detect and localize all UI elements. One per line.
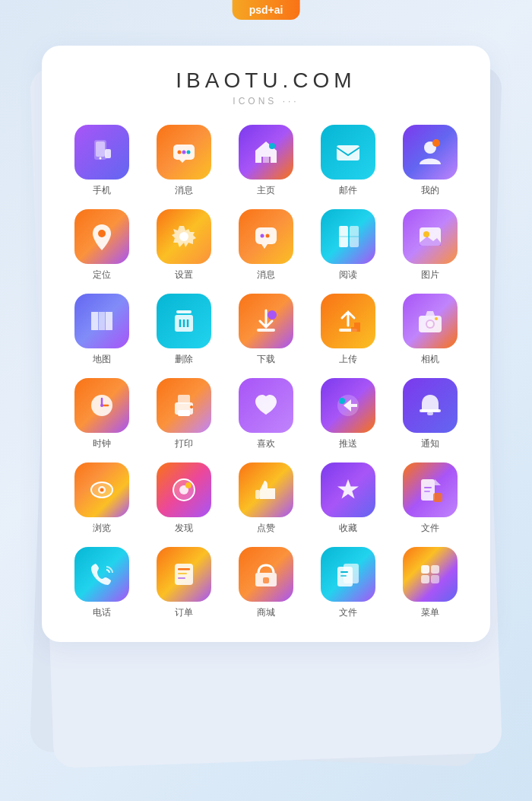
svg-rect-75 <box>421 575 429 583</box>
icon-box-home[interactable] <box>239 125 293 180</box>
icon-item-thumbsup: 点赞 <box>229 462 303 535</box>
svg-point-16 <box>261 234 264 238</box>
icon-item-image: 图片 <box>393 209 467 281</box>
icon-box-message2[interactable] <box>239 209 293 264</box>
svg-point-57 <box>185 482 192 488</box>
svg-point-41 <box>100 404 103 407</box>
icon-label-print: 打印 <box>175 437 193 450</box>
icon-box-settings[interactable] <box>157 209 211 264</box>
icon-label-upload: 上传 <box>339 353 357 366</box>
icon-label-message2: 消息 <box>257 269 275 281</box>
svg-rect-62 <box>433 493 442 502</box>
svg-rect-73 <box>421 565 429 574</box>
icon-label-thumbsup: 点赞 <box>257 522 275 535</box>
icon-item-home: 主页 <box>229 125 303 197</box>
svg-rect-60 <box>424 487 432 488</box>
svg-point-12 <box>432 139 440 147</box>
svg-point-37 <box>435 317 438 320</box>
icon-box-camera[interactable] <box>403 294 458 348</box>
icon-label-collect: 收藏 <box>339 522 357 535</box>
svg-point-36 <box>427 321 433 327</box>
icon-item-message2: 消息 <box>229 209 303 281</box>
icon-box-print[interactable] <box>157 378 211 433</box>
icon-item-file: 文件 <box>393 462 467 535</box>
icon-label-recommend: 推送 <box>339 437 357 450</box>
icon-label-settings: 设置 <box>175 269 193 281</box>
icon-label-order: 订单 <box>175 606 193 619</box>
icon-box-like[interactable] <box>239 378 293 433</box>
icon-label-browse: 浏览 <box>93 522 111 535</box>
icon-label-notify: 通知 <box>421 437 439 450</box>
svg-rect-65 <box>178 573 187 574</box>
subtitle: ICONS ··· <box>65 96 467 106</box>
svg-rect-72 <box>340 575 347 577</box>
svg-point-6 <box>182 151 186 154</box>
icon-box-read[interactable] <box>321 209 375 264</box>
icon-label-menu: 菜单 <box>421 606 439 619</box>
icon-box-menu[interactable] <box>403 547 458 602</box>
svg-point-21 <box>423 231 429 237</box>
icon-box-shop[interactable] <box>239 547 293 602</box>
icon-box-message[interactable] <box>157 125 211 180</box>
icon-box-upload[interactable] <box>321 294 375 348</box>
icon-box-profile[interactable] <box>403 125 458 180</box>
svg-point-9 <box>269 143 275 149</box>
icon-box-recommend[interactable] <box>321 378 375 433</box>
icon-box-location[interactable] <box>74 209 129 264</box>
icon-item-order: 订单 <box>147 547 221 619</box>
svg-rect-49 <box>420 409 441 412</box>
icon-label-delete: 删除 <box>175 353 193 366</box>
svg-rect-44 <box>178 410 190 416</box>
icon-label-camera: 相机 <box>421 353 439 366</box>
icon-label-read: 阅读 <box>339 269 357 281</box>
icon-box-notify[interactable] <box>403 378 458 433</box>
icon-item-mail: 邮件 <box>311 125 385 197</box>
icon-item-clock: 时钟 <box>65 378 139 450</box>
svg-point-32 <box>268 310 277 319</box>
svg-point-13 <box>98 230 106 237</box>
icons-grid: 手机消息主页邮件我的定位设置消息阅读图片地图删除下载上传相机时钟打印喜欢推送通知… <box>65 125 467 619</box>
icon-item-delete: 删除 <box>147 294 221 366</box>
icon-box-image[interactable] <box>403 209 458 264</box>
icon-box-phone2[interactable] <box>74 547 129 602</box>
icon-item-phone2: 电话 <box>65 547 139 619</box>
icon-box-phone[interactable] <box>74 125 129 180</box>
icon-box-map[interactable] <box>74 294 129 348</box>
svg-rect-24 <box>99 312 105 330</box>
icon-item-profile: 我的 <box>393 125 467 197</box>
svg-rect-58 <box>255 490 260 499</box>
svg-rect-43 <box>178 395 190 404</box>
icon-label-home: 主页 <box>257 184 275 197</box>
icon-box-discover[interactable] <box>157 462 211 517</box>
svg-point-53 <box>100 488 104 492</box>
icon-box-browse[interactable] <box>74 462 129 517</box>
icon-box-mail[interactable] <box>321 125 375 180</box>
icon-item-notify: 通知 <box>393 378 467 450</box>
icon-box-clock[interactable] <box>74 378 129 433</box>
icon-label-clock: 时钟 <box>93 437 111 450</box>
svg-rect-68 <box>263 577 269 583</box>
svg-point-2 <box>100 157 102 160</box>
svg-rect-64 <box>178 568 190 571</box>
icon-item-map: 地图 <box>65 294 139 366</box>
icon-label-download: 下载 <box>257 353 275 366</box>
icon-item-recommend: 推送 <box>311 378 385 450</box>
icon-item-discover: 发现 <box>147 462 221 535</box>
icon-box-file[interactable] <box>403 462 458 517</box>
svg-rect-59 <box>421 479 435 501</box>
icon-box-collect[interactable] <box>321 462 375 517</box>
icon-item-upload: 上传 <box>311 294 385 366</box>
icon-box-delete[interactable] <box>157 294 211 348</box>
icon-box-file2[interactable] <box>321 547 375 602</box>
icon-item-camera: 相机 <box>393 294 467 366</box>
svg-rect-3 <box>105 149 111 158</box>
icon-item-file2: 文件 <box>311 547 385 619</box>
icon-item-download: 下载 <box>229 294 303 366</box>
icon-box-thumbsup[interactable] <box>239 462 293 517</box>
icon-item-collect: 收藏 <box>311 462 385 535</box>
icon-box-download[interactable] <box>239 294 293 348</box>
icon-item-read: 阅读 <box>311 209 385 281</box>
icon-box-order[interactable] <box>157 547 211 602</box>
svg-point-45 <box>190 405 193 408</box>
site-name: IBAOTU.COM <box>65 68 467 93</box>
